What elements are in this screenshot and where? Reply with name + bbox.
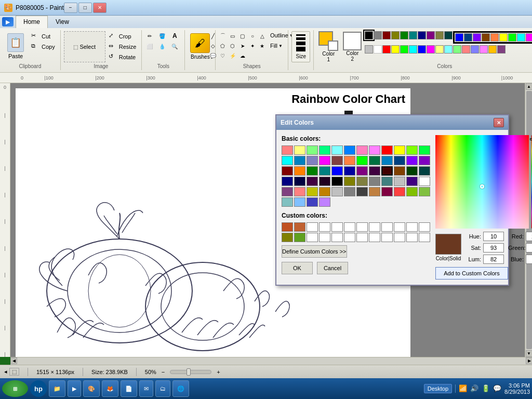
ellipse-tool[interactable]: ○ <box>248 31 257 41</box>
basic-color-cell[interactable] <box>369 166 380 176</box>
basic-color-cell[interactable] <box>406 145 418 155</box>
scroll-right[interactable]: ▶ <box>526 357 532 364</box>
cancel-button[interactable]: Cancel <box>317 262 348 274</box>
basic-color-cell[interactable] <box>369 156 380 165</box>
basic-color-cell[interactable] <box>381 156 393 165</box>
zoom-thumb[interactable] <box>187 368 191 376</box>
rect-tool[interactable]: ▭ <box>228 31 237 41</box>
basic-color-cell[interactable] <box>356 177 368 186</box>
basic-color-cell[interactable] <box>319 166 330 176</box>
rotate-button[interactable]: ↺ Rotate <box>107 52 139 62</box>
basic-color-cell[interactable] <box>282 156 293 165</box>
basic-color-cell[interactable] <box>394 156 405 165</box>
basic-color-cell[interactable] <box>381 187 393 196</box>
palette-d-teal[interactable] <box>444 31 453 39</box>
basic-color-cell[interactable] <box>394 177 405 186</box>
zoom-slider[interactable] <box>170 370 211 374</box>
custom-color-cell[interactable] <box>356 233 368 242</box>
basic-color-cell[interactable] <box>282 145 293 155</box>
maximize-button[interactable]: □ <box>78 3 92 13</box>
custom-color-cell[interactable] <box>319 233 330 242</box>
copy-button[interactable]: ⧉ Copy <box>29 42 57 52</box>
basic-color-cell[interactable] <box>294 156 305 165</box>
basic-color-cell[interactable] <box>356 145 368 155</box>
custom-color-cell[interactable] <box>331 222 343 232</box>
palette-red[interactable] <box>382 45 391 54</box>
basic-color-cell[interactable] <box>344 187 355 196</box>
basic-color-cell[interactable] <box>356 166 368 176</box>
basic-color-cell[interactable] <box>419 166 430 176</box>
basic-color-cell[interactable] <box>381 166 393 176</box>
basic-color-cell[interactable] <box>331 166 343 176</box>
palette-black[interactable] <box>365 31 373 39</box>
basic-color-cell[interactable] <box>282 187 293 196</box>
palette-yellow2[interactable] <box>391 45 400 54</box>
define-custom-colors-button[interactable]: Define Custom Colors >> <box>282 245 347 258</box>
basic-color-cell[interactable] <box>406 177 418 186</box>
rounded-rect-tool[interactable]: ▢ <box>238 31 247 41</box>
ok-button[interactable]: OK <box>282 262 313 274</box>
palette-green[interactable] <box>400 31 408 39</box>
paste-button[interactable]: 📋 Paste <box>3 31 28 61</box>
taskbar-network[interactable]: 🌐 <box>172 380 189 397</box>
minimize-button[interactable]: − <box>64 3 77 13</box>
add-to-custom-colors-button[interactable]: Add to Custom Colors <box>435 267 508 280</box>
basic-color-cell[interactable] <box>331 145 343 155</box>
basic-color-cell[interactable] <box>394 145 405 155</box>
palette-blue[interactable] <box>455 33 463 42</box>
color1-button[interactable]: Color1 <box>317 31 340 62</box>
palette-l-cyan[interactable] <box>444 45 453 54</box>
custom-color-cell[interactable] <box>319 222 330 232</box>
taskbar-pdf[interactable]: 📄 <box>121 380 137 397</box>
curve-tool[interactable]: ⌒ <box>218 31 228 41</box>
basic-color-cell[interactable] <box>307 187 318 196</box>
lightning-tool[interactable]: ⚡ <box>228 51 237 60</box>
pencil-tool[interactable]: ✏ <box>145 31 154 41</box>
palette-d-purple[interactable] <box>497 45 506 54</box>
custom-color-cell[interactable] <box>282 222 293 232</box>
basic-color-cell[interactable] <box>381 177 393 186</box>
palette-purple[interactable] <box>427 31 435 39</box>
blue-input[interactable] <box>526 255 532 264</box>
crop-button[interactable]: ⤢ Crop <box>107 31 139 42</box>
basic-color-cell[interactable] <box>419 145 430 155</box>
palette-lime[interactable] <box>508 33 516 42</box>
basic-color-cell[interactable] <box>307 177 318 186</box>
green-input[interactable] <box>526 243 532 252</box>
basic-color-cell[interactable] <box>356 187 368 196</box>
scroll-left[interactable]: ◀ <box>10 357 17 364</box>
hexagon-tool[interactable]: ⬡ <box>228 41 237 50</box>
custom-color-cell[interactable] <box>294 222 305 232</box>
basic-color-cell[interactable] <box>394 166 405 176</box>
custom-color-cell[interactable] <box>307 222 318 232</box>
close-button[interactable]: ✕ <box>93 3 107 13</box>
custom-color-cell[interactable] <box>381 222 393 232</box>
callout-tool[interactable]: 💬 <box>208 51 218 60</box>
basic-color-cell[interactable] <box>394 187 405 196</box>
palette-d-olive[interactable] <box>435 31 444 39</box>
custom-color-cell[interactable] <box>406 222 418 232</box>
palette-l-purple[interactable] <box>480 45 488 54</box>
cut-button[interactable]: ✂ Cut <box>29 31 57 42</box>
arrow-right-tool[interactable]: ➤ <box>238 41 247 50</box>
zoom-plus[interactable]: + <box>216 369 221 375</box>
custom-color-cell[interactable] <box>369 233 380 242</box>
basic-color-cell[interactable] <box>319 156 330 165</box>
palette-cyan2[interactable] <box>409 45 417 54</box>
basic-color-cell[interactable] <box>319 187 330 196</box>
custom-color-cell[interactable] <box>331 233 343 242</box>
tab-view[interactable]: View <box>48 16 77 28</box>
zoom-minus[interactable]: − <box>161 369 166 375</box>
palette-l-red[interactable] <box>462 45 470 54</box>
size-3[interactable] <box>296 42 305 45</box>
custom-color-cell[interactable] <box>307 233 318 242</box>
basic-color-cell[interactable] <box>282 177 293 186</box>
tab-home[interactable]: Home <box>16 16 48 28</box>
taskbar-files[interactable]: 🗂 <box>155 380 170 397</box>
basic-color-cell[interactable] <box>369 145 380 155</box>
size-button[interactable]: Size <box>291 31 310 62</box>
start-button[interactable]: ⊞ <box>2 380 28 397</box>
basic-color-cell[interactable] <box>344 166 355 176</box>
eyedropper-tool[interactable]: 💧 <box>157 42 167 51</box>
custom-color-cell[interactable] <box>381 233 393 242</box>
